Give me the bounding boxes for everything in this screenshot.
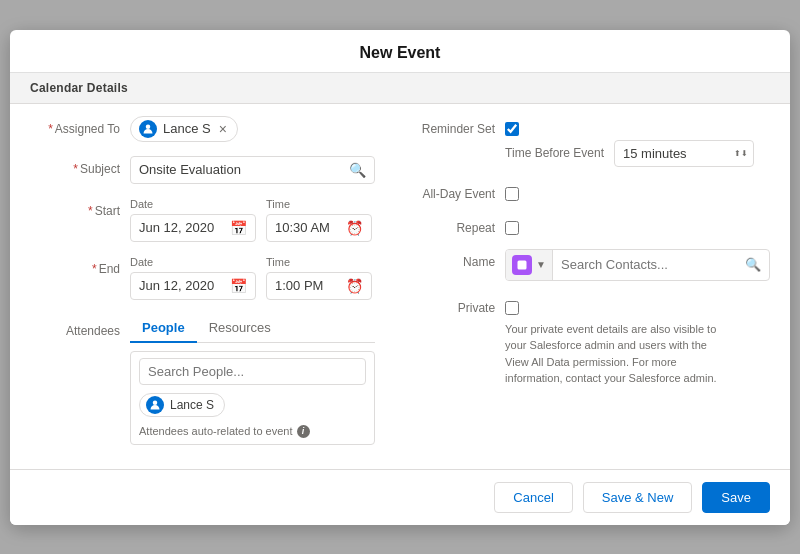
auto-related-note: Attendees auto-related to event i	[139, 425, 366, 438]
repeat-checkbox-row	[505, 215, 770, 235]
attendee-pill-lance[interactable]: Lance S	[139, 393, 225, 417]
reminder-set-checkbox[interactable]	[505, 122, 519, 136]
modal-body: Calendar Details *Assigned To	[10, 73, 790, 469]
end-date-time-group: Date 📅 Time	[130, 256, 375, 300]
tab-resources[interactable]: Resources	[197, 314, 283, 343]
start-label: *Start	[30, 198, 120, 218]
name-search-icon: 🔍	[737, 257, 769, 272]
end-date-value[interactable]	[139, 278, 224, 293]
start-row: *Start Date 📅	[30, 198, 375, 242]
save-new-button[interactable]: Save & New	[583, 482, 693, 513]
attendees-container: Lance S Attendees auto-related to event …	[130, 351, 375, 445]
end-row: *End Date 📅	[30, 256, 375, 300]
repeat-checkbox[interactable]	[505, 221, 519, 235]
modal-title-text: New Event	[360, 44, 441, 61]
subject-input-wrapper[interactable]: 🔍	[130, 156, 375, 184]
end-time-value[interactable]	[275, 278, 340, 293]
start-date-sublabel: Date	[130, 198, 256, 210]
left-column: *Assigned To Lance S ×	[30, 116, 375, 459]
name-type-icon	[512, 255, 532, 275]
private-row: Private Your private event details are a…	[415, 295, 770, 387]
time-before-event-label: Time Before Event	[505, 146, 604, 160]
end-calendar-icon[interactable]: 📅	[230, 278, 247, 294]
name-field-container[interactable]: ▼ 🔍	[505, 249, 770, 281]
end-label: *End	[30, 256, 120, 276]
private-control: Your private event details are also visi…	[505, 295, 770, 387]
end-date-field: Date 📅	[130, 256, 256, 300]
name-type-chevron: ▼	[536, 259, 546, 270]
reminder-set-checkbox-row	[505, 116, 770, 136]
all-day-checkbox-row	[505, 181, 770, 201]
private-checkbox[interactable]	[505, 301, 519, 315]
all-day-label: All-Day Event	[415, 181, 495, 201]
time-before-event-select-wrapper: 5 minutes 10 minutes 15 minutes 30 minut…	[614, 140, 754, 167]
start-control: Date 📅 Time	[130, 198, 375, 242]
repeat-control	[505, 215, 770, 235]
subject-control: 🔍	[130, 156, 375, 184]
private-checkbox-row	[505, 295, 770, 315]
all-day-row: All-Day Event	[415, 181, 770, 201]
all-day-control	[505, 181, 770, 201]
start-date-input[interactable]: 📅	[130, 214, 256, 242]
section-header-calendar-details: Calendar Details	[10, 73, 790, 104]
new-event-modal: New Event Calendar Details *Assigned To	[10, 30, 790, 525]
start-calendar-icon[interactable]: 📅	[230, 220, 247, 236]
end-control: Date 📅 Time	[130, 256, 375, 300]
attendee-name: Lance S	[170, 398, 214, 412]
assigned-to-avatar	[139, 120, 157, 138]
end-time-sublabel: Time	[266, 256, 372, 268]
start-date-value[interactable]	[139, 220, 224, 235]
subject-search-icon: 🔍	[349, 162, 366, 178]
all-day-checkbox[interactable]	[505, 187, 519, 201]
name-label: Name	[415, 249, 495, 269]
save-button[interactable]: Save	[702, 482, 770, 513]
start-time-field: Time ⏰	[266, 198, 372, 242]
tab-people[interactable]: People	[130, 314, 197, 343]
reminder-set-row: Reminder Set Time Before Event 5 minutes	[415, 116, 770, 167]
private-label: Private	[415, 295, 495, 315]
attendees-tabs: People Resources	[130, 314, 375, 343]
attendees-label: Attendees	[30, 314, 120, 338]
info-icon: i	[297, 425, 310, 438]
svg-point-0	[146, 124, 151, 129]
modal-footer: Cancel Save & New Save	[10, 469, 790, 525]
name-row: Name ▼ 🔍	[415, 249, 770, 281]
end-clock-icon[interactable]: ⏰	[346, 278, 363, 294]
assigned-to-row: *Assigned To Lance S ×	[30, 116, 375, 142]
name-type-dropdown[interactable]: ▼	[506, 250, 553, 280]
time-before-event-select[interactable]: 5 minutes 10 minutes 15 minutes 30 minut…	[614, 140, 754, 167]
assigned-to-label: *Assigned To	[30, 116, 120, 136]
cancel-button[interactable]: Cancel	[494, 482, 572, 513]
right-column: Reminder Set Time Before Event 5 minutes	[415, 116, 770, 459]
name-search-input[interactable]	[553, 252, 737, 277]
name-control: ▼ 🔍	[505, 249, 770, 281]
subject-input[interactable]	[139, 162, 349, 177]
subject-label: *Subject	[30, 156, 120, 176]
assigned-to-control: Lance S ×	[130, 116, 375, 142]
start-clock-icon[interactable]: ⏰	[346, 220, 363, 236]
private-section: Your private event details are also visi…	[505, 295, 770, 387]
end-time-input[interactable]: ⏰	[266, 272, 372, 300]
modal-backdrop: New Event Calendar Details *Assigned To	[0, 0, 800, 554]
reminder-set-control: Time Before Event 5 minutes 10 minutes 1…	[505, 116, 770, 167]
repeat-label: Repeat	[415, 215, 495, 235]
assigned-to-pill[interactable]: Lance S ×	[130, 116, 238, 142]
attendee-avatar	[146, 396, 164, 414]
subject-row: *Subject 🔍	[30, 156, 375, 184]
assigned-to-close[interactable]: ×	[219, 122, 227, 136]
start-time-sublabel: Time	[266, 198, 372, 210]
reminder-set-label: Reminder Set	[415, 116, 495, 136]
search-people-box[interactable]	[139, 358, 366, 385]
end-date-sublabel: Date	[130, 256, 256, 268]
modal-title: New Event	[10, 30, 790, 73]
private-note: Your private event details are also visi…	[505, 321, 725, 387]
time-before-event-row: Time Before Event 5 minutes 10 minutes 1…	[505, 136, 770, 167]
start-time-input[interactable]: ⏰	[266, 214, 372, 242]
search-people-input[interactable]	[148, 364, 357, 379]
start-date-field: Date 📅	[130, 198, 256, 242]
assigned-to-value: Lance S	[163, 121, 211, 136]
start-time-value[interactable]	[275, 220, 340, 235]
repeat-row: Repeat	[415, 215, 770, 235]
attendees-row: Attendees People Resources	[30, 314, 375, 445]
end-date-input[interactable]: 📅	[130, 272, 256, 300]
